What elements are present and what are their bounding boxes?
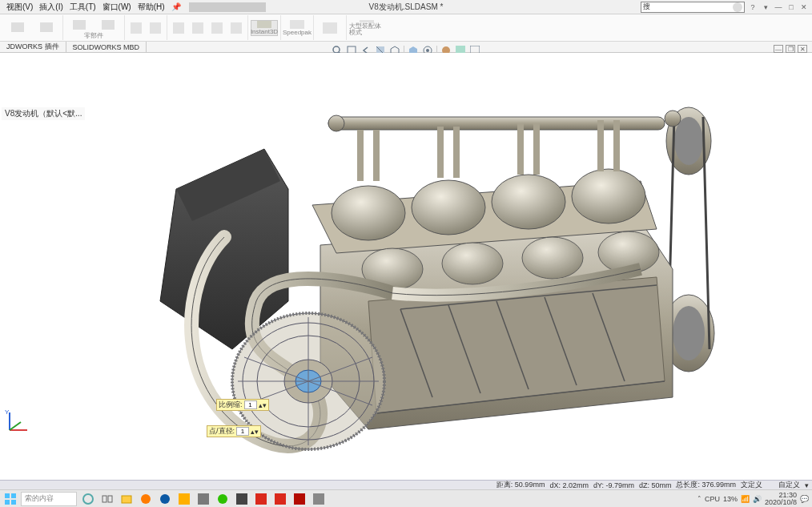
view-triad-icon[interactable]: Y: [3, 408, 32, 437]
pin-icon[interactable]: 📌: [168, 2, 184, 11]
ribbon-btn[interactable]: [170, 20, 187, 36]
menu-window[interactable]: 窗口(W): [99, 2, 135, 13]
titlebar-right: 搜 ? ▾ — □ ✕: [641, 2, 809, 13]
clock-date: 2020/10/8: [765, 499, 797, 506]
qat-icon[interactable]: [218, 2, 227, 12]
dimension-diameter-tag[interactable]: 点/直径: ▴▾: [207, 425, 261, 437]
doc-window-controls: — ❐ ✕: [774, 45, 807, 53]
spinner-icon[interactable]: ▴▾: [259, 401, 267, 409]
ribbon-group-mate: [125, 15, 167, 40]
svg-rect-11: [290, 20, 304, 29]
app-icon[interactable]: [311, 492, 327, 506]
tab-solidworks-addins[interactable]: JDWORKS 插件: [0, 42, 66, 52]
tab-solidworks-mbd[interactable]: SOLIDWORKS MBD: [66, 42, 147, 52]
solidworks-icon[interactable]: [272, 492, 288, 506]
instant3d-button[interactable]: Instant3D: [251, 20, 278, 36]
svg-rect-79: [236, 493, 247, 505]
ribbon-btn[interactable]: [147, 20, 164, 36]
close-button[interactable]: ✕: [799, 2, 809, 12]
menu-help[interactable]: 帮助(H): [135, 2, 168, 13]
wechat-icon[interactable]: [215, 492, 231, 506]
large-assembly-button[interactable]: 大型装配体模式: [349, 20, 384, 36]
tray-expand-icon[interactable]: ˄: [697, 495, 701, 503]
ribbon-btn[interactable]: [4, 20, 31, 36]
snapshot-button[interactable]: [316, 20, 344, 36]
app-icon[interactable]: [176, 492, 192, 506]
ribbon-btn[interactable]: [208, 20, 226, 36]
svg-point-51: [522, 237, 583, 279]
ribbon-btn[interactable]: [94, 17, 122, 33]
qat-icon[interactable]: [227, 2, 237, 12]
qat-icon[interactable]: [237, 2, 247, 12]
ribbon-btn[interactable]: [127, 20, 145, 36]
menu-insert[interactable]: 插入(I): [36, 2, 66, 13]
status-dy: dY: -9.79mm: [593, 481, 634, 489]
menu-tools[interactable]: 工具(T): [66, 2, 99, 13]
cpu-label: CPU: [705, 495, 720, 503]
ribbon-group-large-assembly: 大型装配体模式: [347, 15, 387, 40]
svg-point-54: [328, 115, 344, 131]
svg-point-70: [83, 494, 93, 504]
qat-icon[interactable]: [247, 2, 256, 12]
model-engine[interactable]: [128, 61, 737, 477]
volume-icon[interactable]: 🔊: [753, 495, 762, 503]
clock[interactable]: 21:30 2020/10/8: [765, 492, 797, 506]
svg-rect-4: [131, 22, 142, 34]
task-view-icon[interactable]: [99, 492, 115, 506]
svg-point-50: [442, 243, 503, 284]
doc-restore-button[interactable]: ❐: [786, 45, 795, 53]
svg-rect-3: [102, 20, 115, 30]
svg-point-48: [572, 169, 645, 223]
svg-rect-10: [257, 21, 271, 28]
notifications-icon[interactable]: 💬: [800, 495, 809, 503]
ribbon-group-speedpak: Speedpak: [281, 15, 314, 40]
qat-icon[interactable]: [208, 2, 218, 12]
file-explorer-icon[interactable]: [119, 492, 135, 506]
network-icon[interactable]: 📶: [741, 495, 750, 503]
status-bar: 距离: 50.99mm dX: 2.02mm dY: -9.79mm dZ: 5…: [0, 480, 812, 489]
feature-tree-root[interactable]: V8发动机（默认<默...: [2, 107, 85, 120]
maximize-button[interactable]: □: [786, 2, 796, 12]
edge-icon[interactable]: [157, 492, 173, 506]
minimize-button[interactable]: —: [774, 2, 783, 12]
status-dz: dZ: 50mm: [639, 481, 672, 489]
taskbar-search[interactable]: 索的内容: [21, 492, 77, 506]
qat-icon[interactable]: [256, 2, 266, 12]
solidworks-icon[interactable]: [253, 492, 269, 506]
dimension-label: 点/直径:: [209, 426, 235, 437]
qat-icon[interactable]: [189, 2, 199, 12]
firefox-icon[interactable]: [138, 492, 154, 506]
svg-rect-71: [103, 496, 107, 502]
dropdown-icon[interactable]: ▾: [761, 2, 770, 12]
graphics-area[interactable]: V8发动机（默认<默... Y: [0, 53, 812, 480]
doc-minimize-button[interactable]: —: [774, 45, 783, 53]
svg-point-78: [218, 494, 227, 504]
ribbon-btn[interactable]: [189, 20, 207, 36]
qat-icon[interactable]: [199, 2, 208, 12]
doc-close-button[interactable]: ✕: [798, 45, 807, 53]
dimension-scale-input[interactable]: [244, 400, 257, 409]
dimension-diameter-input[interactable]: [236, 427, 249, 436]
svg-rect-12: [323, 22, 337, 34]
adobe-icon[interactable]: [291, 492, 308, 506]
ribbon-group-components: 零部件: [63, 15, 125, 40]
svg-rect-7: [192, 22, 203, 34]
ribbon-btn[interactable]: [66, 17, 93, 33]
speedpak-button[interactable]: Speedpak: [283, 20, 311, 36]
ribbon-btn[interactable]: [227, 20, 245, 36]
search-box[interactable]: 搜: [641, 2, 745, 13]
start-button[interactable]: [3, 492, 18, 506]
app-icon[interactable]: [195, 492, 211, 506]
spinner-icon[interactable]: ▴▾: [251, 428, 259, 436]
search-icon[interactable]: [733, 2, 742, 12]
menu-view[interactable]: 视图(V): [3, 2, 36, 13]
dimension-scale-tag[interactable]: 比例缩: ▴▾: [216, 399, 269, 411]
ribbon-group-edit: [2, 15, 63, 40]
svg-point-39: [673, 306, 705, 360]
svg-rect-72: [108, 496, 112, 502]
chevron-down-icon[interactable]: ▾: [805, 481, 809, 489]
cortana-icon[interactable]: [80, 492, 96, 506]
ribbon-btn[interactable]: [33, 20, 60, 36]
help-icon[interactable]: ?: [748, 2, 758, 12]
app-icon[interactable]: [234, 492, 250, 506]
